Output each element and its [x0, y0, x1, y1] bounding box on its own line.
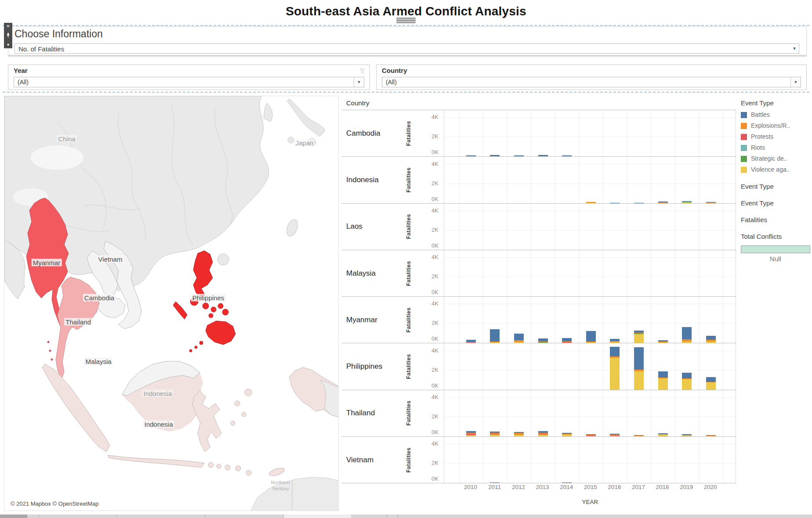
stacked-bar-indonesia-2019[interactable]	[682, 201, 692, 203]
stacked-bar-myanmar-2012[interactable]	[514, 334, 524, 343]
bar-segment-violence[interactable]	[658, 435, 668, 436]
row-plot-area[interactable]	[444, 437, 736, 483]
bar-segment-battles[interactable]	[706, 336, 716, 340]
bar-segment-battles[interactable]	[658, 371, 668, 378]
bar-segment-violence[interactable]	[610, 358, 620, 390]
map-region-sulawesi[interactable]	[192, 391, 221, 452]
bar-segment-battles[interactable]	[586, 331, 596, 342]
legend-item-explosions[interactable]: Explosions/R..	[741, 122, 810, 130]
stacked-bar-thailand-2015[interactable]	[586, 434, 596, 436]
stacked-bar-myanmar-2019[interactable]	[682, 327, 692, 343]
bar-segment-battles[interactable]	[682, 373, 692, 378]
bar-segment-violence[interactable]	[634, 436, 644, 436]
bar-segment-violence[interactable]	[586, 436, 596, 437]
row-plot-area[interactable]	[444, 390, 736, 436]
bar-segment-violence[interactable]	[682, 435, 692, 436]
stacked-bar-thailand-2013[interactable]	[538, 431, 548, 436]
row-plot-area[interactable]	[444, 157, 736, 203]
map-region-java[interactable]	[108, 455, 204, 468]
bar-segment-battles[interactable]	[514, 334, 524, 340]
row-plot-area[interactable]	[444, 204, 736, 250]
stacked-bar-indonesia-2016[interactable]	[610, 203, 620, 203]
stacked-bar-indonesia-2015[interactable]	[586, 202, 596, 203]
legend-item-riots[interactable]: Riots	[741, 144, 810, 151]
bar-segment-violence[interactable]	[682, 379, 692, 389]
legend-item-violence[interactable]: Violence aga..	[741, 166, 810, 173]
bar-segment-battles[interactable]	[634, 347, 644, 370]
bar-segment-battles[interactable]	[538, 338, 548, 342]
bar-segment-violence[interactable]	[706, 382, 716, 390]
year-filter-combo[interactable]: (All) ▼	[14, 77, 364, 87]
stacked-bar-thailand-2018[interactable]	[658, 433, 668, 436]
bar-segment-violence[interactable]	[514, 435, 524, 436]
bar-segment-violence[interactable]	[706, 342, 716, 343]
bar-segment-battles[interactable]	[634, 203, 644, 203]
bar-segment-violence[interactable]	[490, 435, 500, 436]
bar-segment-battles[interactable]	[610, 203, 620, 203]
stacked-bar-indonesia-2018[interactable]	[658, 201, 668, 203]
total-conflicts-swatch[interactable]	[741, 245, 810, 253]
bar-segment-battles[interactable]	[514, 155, 524, 157]
bar-segment-violence[interactable]	[586, 203, 596, 203]
chevron-down-icon[interactable]: ▾	[7, 43, 9, 47]
country-filter-combo[interactable]: (All) ▼	[382, 77, 801, 87]
bar-segment-violence[interactable]	[706, 436, 716, 436]
map-region-sumatra[interactable]	[42, 364, 110, 452]
stacked-bar-thailand-2014[interactable]	[562, 433, 572, 436]
bar-segment-violence[interactable]	[466, 435, 476, 436]
legend-item-strategic[interactable]: Strategic de..	[741, 155, 810, 162]
bar-segment-battles[interactable]	[562, 155, 572, 157]
filter-funnel-icon[interactable]	[359, 68, 365, 76]
bar-segment-violence[interactable]	[658, 342, 668, 343]
bar-segment-battles[interactable]	[466, 155, 476, 157]
information-select[interactable]: No. of Fatalities ▼	[14, 43, 799, 54]
chevron-down-icon[interactable]: ▼	[792, 44, 797, 53]
bar-segment-battles[interactable]	[706, 377, 716, 381]
bar-segment-protests[interactable]	[562, 342, 572, 343]
bar-segment-violence[interactable]	[562, 435, 572, 436]
bar-segment-violence[interactable]	[610, 342, 620, 343]
stacked-bar-philippines-2019[interactable]	[682, 373, 692, 389]
stacked-bar-thailand-2011[interactable]	[490, 432, 500, 436]
bar-segment-explosions[interactable]	[658, 202, 668, 203]
stacked-bar-myanmar-2011[interactable]	[490, 329, 500, 343]
bar-segment-battles[interactable]	[562, 482, 572, 483]
stacked-bar-philippines-2020[interactable]	[706, 377, 716, 390]
row-plot-area[interactable]	[444, 250, 736, 296]
stacked-bar-thailand-2020[interactable]	[706, 435, 716, 436]
bar-segment-battles[interactable]	[562, 338, 572, 342]
row-plot-area[interactable]	[444, 297, 736, 343]
stacked-bar-cambodia-2011[interactable]	[490, 155, 500, 156]
stacked-bar-philippines-2017[interactable]	[634, 347, 644, 390]
bar-segment-protests[interactable]	[490, 482, 500, 483]
stacked-bar-thailand-2019[interactable]	[682, 434, 692, 436]
chevron-down-icon[interactable]: ▼	[790, 77, 801, 87]
stacked-bar-indonesia-2017[interactable]	[634, 203, 644, 203]
bar-segment-protests[interactable]	[466, 342, 476, 343]
bar-segment-explosions[interactable]	[706, 202, 716, 203]
stacked-bar-thailand-2012[interactable]	[514, 432, 524, 436]
legend-collapsed-header[interactable]: Event Type	[741, 183, 810, 190]
bar-segment-violence[interactable]	[586, 342, 596, 343]
bar-segment-violence[interactable]	[634, 371, 644, 390]
bar-segment-violence[interactable]	[610, 436, 620, 437]
stacked-bar-cambodia-2013[interactable]	[538, 155, 548, 156]
stacked-bar-myanmar-2015[interactable]	[586, 331, 596, 343]
bar-segment-violence[interactable]	[634, 334, 644, 343]
stacked-bar-philippines-2016[interactable]	[610, 347, 620, 390]
bar-segment-strategic[interactable]	[538, 342, 548, 343]
bar-segment-violence[interactable]	[490, 342, 500, 343]
stacked-bar-vietnam-2011[interactable]	[490, 482, 500, 483]
map-panel[interactable]: ChinaJapanMyanmarVietnamCambodiaThailand…	[4, 96, 339, 511]
bar-segment-battles[interactable]	[682, 327, 692, 339]
stacked-bar-cambodia-2014[interactable]	[562, 155, 572, 157]
bar-segment-battles[interactable]	[538, 155, 548, 156]
stacked-bar-myanmar-2014[interactable]	[562, 338, 572, 343]
pin-icon[interactable]	[6, 33, 10, 39]
legend-item-protests[interactable]: Protests	[741, 133, 810, 140]
bar-segment-violence[interactable]	[538, 435, 548, 436]
stacked-bar-thailand-2016[interactable]	[610, 434, 620, 436]
stacked-bar-myanmar-2018[interactable]	[658, 340, 668, 343]
legend-collapsed-header[interactable]: Event Type	[741, 199, 810, 207]
bar-segment-violence[interactable]	[682, 202, 692, 203]
